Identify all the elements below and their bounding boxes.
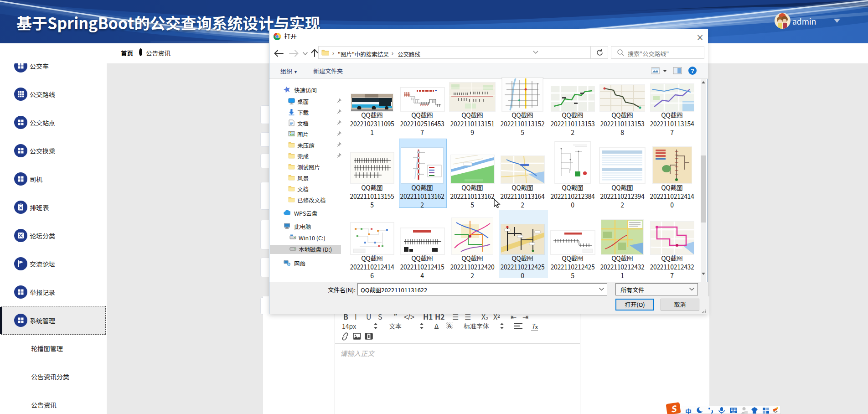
svg-text:?: ? bbox=[691, 67, 694, 74]
